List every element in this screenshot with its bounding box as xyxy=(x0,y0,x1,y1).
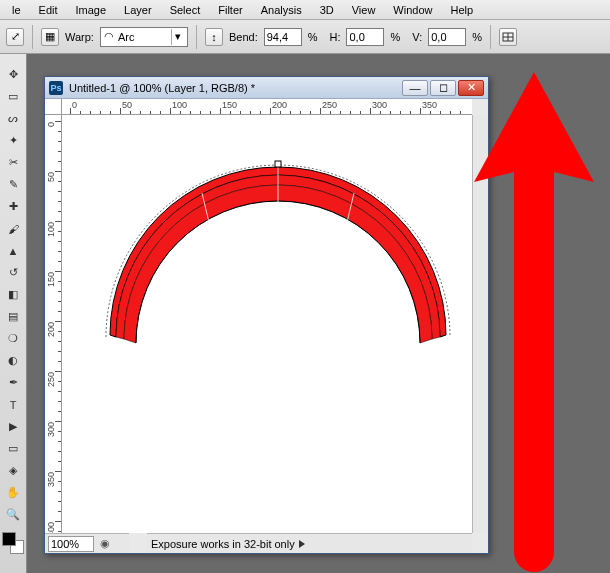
tool-dodge[interactable]: ◐ xyxy=(2,350,25,371)
tool-type[interactable]: T xyxy=(2,394,25,415)
status-message-area[interactable]: Exposure works in 32-bit only xyxy=(147,533,472,553)
menu-analysis[interactable]: Analysis xyxy=(253,2,310,18)
tool-lasso[interactable]: ᔕ xyxy=(2,108,25,129)
tool-move[interactable]: ✥ xyxy=(2,64,25,85)
status-bar: ◉ xyxy=(45,533,129,553)
bend-input[interactable] xyxy=(264,28,302,46)
canvas[interactable] xyxy=(62,115,472,533)
warp-style-value: Arc xyxy=(118,31,135,43)
menu-layer[interactable]: Layer xyxy=(116,2,160,18)
tool-3d[interactable]: ◈ xyxy=(2,460,25,481)
foreground-color-swatch[interactable] xyxy=(2,532,16,546)
document-window: Ps Untitled-1 @ 100% (Layer 1, RGB/8) * … xyxy=(44,76,489,554)
zoom-field[interactable] xyxy=(48,536,94,552)
photoshop-icon: Ps xyxy=(49,81,63,95)
scrollbar-vertical[interactable] xyxy=(472,115,488,533)
ruler-tick-label: 100 xyxy=(46,222,56,237)
tool-quick-select[interactable]: ✦ xyxy=(2,130,25,151)
status-arrow-icon xyxy=(299,540,305,548)
tool-zoom[interactable]: 🔍 xyxy=(2,504,25,525)
warped-shape[interactable] xyxy=(106,161,450,343)
document-titlebar[interactable]: Ps Untitled-1 @ 100% (Layer 1, RGB/8) * … xyxy=(45,77,488,99)
menu-image[interactable]: Image xyxy=(68,2,115,18)
ruler-tick-label: 50 xyxy=(46,172,56,182)
ruler-vertical[interactable]: 050100150200250300350400 xyxy=(45,115,62,533)
ruler-tick-label: 250 xyxy=(46,372,56,387)
menu-view[interactable]: View xyxy=(344,2,384,18)
minimize-icon: — xyxy=(410,82,421,94)
tool-hand[interactable]: ✋ xyxy=(2,482,25,503)
v-label: V: xyxy=(412,31,422,43)
pct-label: % xyxy=(390,31,400,43)
workspace: Ps Untitled-1 @ 100% (Layer 1, RGB/8) * … xyxy=(27,54,610,573)
color-swatches[interactable] xyxy=(2,532,24,554)
v-distort-input[interactable] xyxy=(428,28,466,46)
tool-blur[interactable]: ❍ xyxy=(2,328,25,349)
ruler-tick-label: 200 xyxy=(272,100,287,110)
document-title: Untitled-1 @ 100% (Layer 1, RGB/8) * xyxy=(69,82,396,94)
transform-icon: ⤢ xyxy=(11,30,20,43)
h-distort-input[interactable] xyxy=(346,28,384,46)
menu-select[interactable]: Select xyxy=(162,2,209,18)
tool-pen[interactable]: ✒ xyxy=(2,372,25,393)
svg-point-6 xyxy=(514,532,554,572)
orientation-icon: ↕ xyxy=(211,31,217,43)
maximize-button[interactable]: ◻ xyxy=(430,80,456,96)
pct-label: % xyxy=(472,31,482,43)
menu-3d[interactable]: 3D xyxy=(312,2,342,18)
ruler-tick-label: 150 xyxy=(46,272,56,287)
status-icon[interactable]: ◉ xyxy=(97,537,113,550)
ruler-tick-label: 50 xyxy=(122,100,132,110)
tool-history-brush[interactable]: ↺ xyxy=(2,262,25,283)
tool-crop[interactable]: ✂ xyxy=(2,152,25,173)
warp-label: Warp: xyxy=(65,31,94,43)
separator xyxy=(32,25,33,49)
status-message: Exposure works in 32-bit only xyxy=(151,538,295,550)
warp-orientation-toggle[interactable]: ↕ xyxy=(205,28,223,46)
ruler-tick-label: 150 xyxy=(222,100,237,110)
tool-healing[interactable]: ✚ xyxy=(2,196,25,217)
tool-shape[interactable]: ▭ xyxy=(2,438,25,459)
bend-label: Bend: xyxy=(229,31,258,43)
toolbox: ✥ ▭ ᔕ ✦ ✂ ✎ ✚ 🖌 ▲ ↺ ◧ ▤ ❍ ◐ ✒ T ▶ ▭ ◈ ✋ … xyxy=(0,54,27,573)
maximize-icon: ◻ xyxy=(439,81,448,94)
warp-style-select[interactable]: ◠ Arc ▾ xyxy=(100,27,188,47)
minimize-button[interactable]: — xyxy=(402,80,428,96)
menu-file[interactable]: le xyxy=(4,2,29,18)
chevron-down-icon: ▾ xyxy=(171,29,185,45)
menu-edit[interactable]: Edit xyxy=(31,2,66,18)
tool-marquee[interactable]: ▭ xyxy=(2,86,25,107)
warp-switch-icon xyxy=(501,30,515,44)
menu-window[interactable]: Window xyxy=(385,2,440,18)
menu-bar: le Edit Image Layer Select Filter Analys… xyxy=(0,0,610,20)
ruler-origin[interactable] xyxy=(45,99,62,115)
close-button[interactable]: ✕ xyxy=(458,80,484,96)
warp-grid-icon[interactable]: ▦ xyxy=(41,28,59,46)
close-icon: ✕ xyxy=(467,81,476,94)
arc-icon: ◠ xyxy=(104,30,114,43)
current-tool-icon[interactable]: ⤢ xyxy=(6,28,24,46)
ruler-tick-label: 200 xyxy=(46,322,56,337)
ruler-tick-label: 300 xyxy=(372,100,387,110)
switch-warp-freeform-button[interactable] xyxy=(499,28,517,46)
ruler-tick-label: 0 xyxy=(72,100,77,110)
ruler-tick-label: 300 xyxy=(46,422,56,437)
ruler-tick-label: 100 xyxy=(172,100,187,110)
tool-gradient[interactable]: ▤ xyxy=(2,306,25,327)
menu-help[interactable]: Help xyxy=(442,2,481,18)
tool-brush[interactable]: 🖌 xyxy=(2,218,25,239)
grid-icon: ▦ xyxy=(45,30,55,43)
ruler-tick-label: 350 xyxy=(422,100,437,110)
ruler-tick-label: 400 xyxy=(46,522,56,533)
ruler-horizontal[interactable]: 050100150200250300350 xyxy=(62,99,472,115)
tool-path-select[interactable]: ▶ xyxy=(2,416,25,437)
h-label: H: xyxy=(329,31,340,43)
ruler-tick-label: 0 xyxy=(46,122,56,127)
ruler-tick-label: 350 xyxy=(46,472,56,487)
svg-rect-4 xyxy=(275,161,281,167)
ruler-tick-label: 250 xyxy=(322,100,337,110)
menu-filter[interactable]: Filter xyxy=(210,2,250,18)
tool-eyedropper[interactable]: ✎ xyxy=(2,174,25,195)
tool-eraser[interactable]: ◧ xyxy=(2,284,25,305)
tool-stamp[interactable]: ▲ xyxy=(2,240,25,261)
